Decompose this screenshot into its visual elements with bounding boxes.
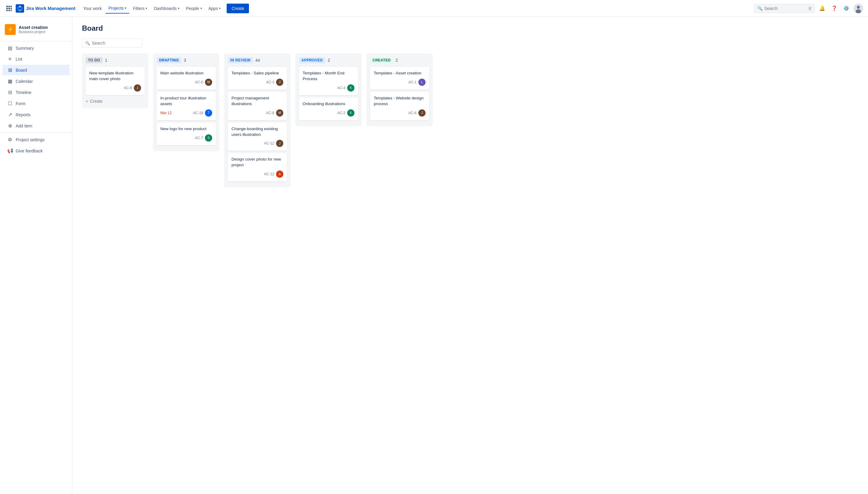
column-inreview-count: 44 [255, 58, 260, 63]
card-title: Templates - Asset creation [374, 71, 426, 76]
card-title: In-product tour illustration assets [160, 95, 212, 107]
nav-filters[interactable]: Filters ▾ [130, 4, 150, 13]
card-footer: AC-7 S [160, 134, 212, 141]
nav-people[interactable]: People ▾ [183, 4, 205, 13]
column-approved: APPROVED 2 Templates - Month End Process… [295, 54, 362, 126]
svg-rect-5 [11, 8, 12, 10]
settings-button[interactable]: ⚙️ [842, 4, 851, 13]
sidebar-item-add-item[interactable]: ⊕ Add item [2, 120, 70, 131]
avatar: T [205, 109, 212, 117]
card-id: AC-8 [124, 86, 132, 90]
table-row[interactable]: Templates - Sales pipeline AC-3 J [228, 67, 287, 90]
board-search-input[interactable] [92, 41, 137, 45]
sidebar-item-list[interactable]: ≡ List [2, 54, 70, 64]
card-title: Design cover photo for new project [232, 157, 283, 168]
board-icon: ⊞ [7, 67, 13, 73]
form-icon: ☐ [7, 101, 13, 106]
search-box[interactable]: 🔍 / [754, 4, 815, 13]
table-row[interactable]: Project management illustrations AC-8 M [228, 92, 287, 120]
table-row[interactable]: Change-boarding existing users illustrat… [228, 122, 287, 151]
table-row[interactable]: New template illustration main cover pho… [86, 67, 145, 95]
card-id: AC-8 [266, 111, 274, 115]
grid-icon[interactable] [5, 4, 13, 13]
sidebar-item-summary[interactable]: ▤ Summary [2, 43, 70, 53]
nav-your-work[interactable]: Your work [80, 4, 105, 13]
nav-apps[interactable]: Apps ▾ [206, 4, 224, 13]
sidebar-item-form[interactable]: ☐ Form [2, 98, 70, 109]
column-todo: TO DO 1 New template illustration main c… [82, 54, 148, 109]
sidebar-item-timeline[interactable]: ⊟ Timeline [2, 87, 70, 98]
avatar: J [276, 140, 283, 147]
project-icon: ⚡ [5, 24, 16, 35]
sidebar-item-project-settings[interactable]: ⚙ Project settings [2, 134, 70, 145]
table-row[interactable]: Design cover photo for new project AC-12… [228, 153, 287, 181]
column-created: CREATED 2 Templates - Asset creation AC-… [367, 54, 433, 126]
search-input[interactable] [764, 6, 807, 11]
card-id: AC-1 [408, 80, 417, 84]
summary-icon: ▤ [7, 45, 13, 51]
sidebar-divider-2 [0, 133, 72, 133]
card-footer: Mar 12 AC-18 T [160, 109, 212, 117]
table-row[interactable]: Templates - Month End Process AC-4 K [299, 67, 358, 95]
notifications-button[interactable]: 🔔 [817, 4, 827, 13]
table-row[interactable]: Main website illustration AC-6 M [157, 67, 216, 90]
table-row[interactable]: In-product tour illustration assets Mar … [157, 92, 216, 120]
avatar: M [205, 79, 212, 86]
card-footer: AC-3 J [232, 79, 283, 86]
card-footer: AC-12 J [232, 140, 283, 147]
nav-projects[interactable]: Projects ▾ [106, 3, 130, 14]
people-chevron-icon: ▾ [200, 7, 202, 10]
sidebar-item-calendar[interactable]: ▦ Calendar [2, 76, 70, 87]
column-todo-header: TO DO 1 [86, 57, 145, 63]
table-row[interactable]: New logo for new product AC-7 S [157, 122, 216, 145]
card-title: New template illustration main cover pho… [89, 71, 141, 82]
sidebar-item-board[interactable]: ⊞ Board [2, 65, 70, 75]
column-todo-title: TO DO [86, 57, 103, 63]
card-title: Templates - Website design process [374, 95, 426, 107]
create-button-todo[interactable]: + Create [86, 98, 145, 105]
card-title: Templates - Month End Process [302, 71, 354, 82]
column-drafting-title: DRAFTING [157, 57, 181, 63]
main-content: Board 🔍 TO DO 1 New template illustratio… [72, 17, 868, 494]
plus-icon: + [86, 99, 88, 103]
topnav: Jira Work Management Your work Projects … [0, 0, 868, 17]
page-title: Board [82, 24, 858, 33]
project-info: Asset creation Business project [19, 25, 48, 34]
table-row[interactable]: Onboarding illustrations AC-2 K [299, 98, 358, 120]
column-inreview-header: IN REVIEW 44 [228, 57, 287, 63]
card-title: Templates - Sales pipeline [232, 71, 283, 76]
project-type: Business project [19, 30, 48, 34]
table-row[interactable]: Templates - Asset creation AC-1 L [370, 67, 429, 90]
nav-dashboards[interactable]: Dashboards ▾ [151, 4, 182, 13]
card-footer: AC-6 J [374, 109, 426, 117]
card-title: New logo for new product [160, 126, 212, 132]
card-footer: AC-8 J [89, 84, 141, 92]
column-inreview: IN REVIEW 44 Templates - Sales pipeline … [224, 54, 291, 187]
card-title: Onboarding illustrations [302, 101, 354, 107]
avatar: J [134, 84, 141, 92]
svg-rect-2 [11, 6, 12, 7]
board-search[interactable]: 🔍 [82, 39, 142, 48]
card-footer-left: Mar 12 [160, 111, 191, 115]
app-logo[interactable]: Jira Work Management [16, 4, 75, 13]
column-drafting-count: 3 [184, 58, 186, 63]
card-footer: AC-4 K [302, 84, 354, 92]
help-button[interactable]: ❓ [829, 4, 839, 13]
card-footer: AC-1 L [374, 79, 426, 86]
sidebar-project-header: ⚡ Asset creation Business project [0, 22, 72, 40]
table-row[interactable]: Templates - Website design process AC-6 … [370, 92, 429, 120]
create-button[interactable]: Create [227, 4, 249, 13]
apps-chevron-icon: ▾ [219, 7, 221, 10]
card-footer: AC-2 K [302, 109, 354, 117]
user-avatar[interactable] [853, 4, 863, 13]
card-id: AC-6 [195, 80, 203, 84]
sidebar-item-give-feedback[interactable]: 📢 Give feedback [2, 146, 70, 156]
card-footer: AC-8 M [232, 109, 283, 117]
card-id: AC-18 [193, 111, 203, 115]
reports-icon: ↗ [7, 112, 13, 117]
card-id: AC-3 [266, 80, 274, 84]
card-id: AC-4 [337, 86, 345, 90]
search-icon: 🔍 [757, 6, 762, 11]
card-title: Change-boarding existing users illustrat… [232, 126, 283, 138]
sidebar-item-reports[interactable]: ↗ Reports [2, 109, 70, 120]
